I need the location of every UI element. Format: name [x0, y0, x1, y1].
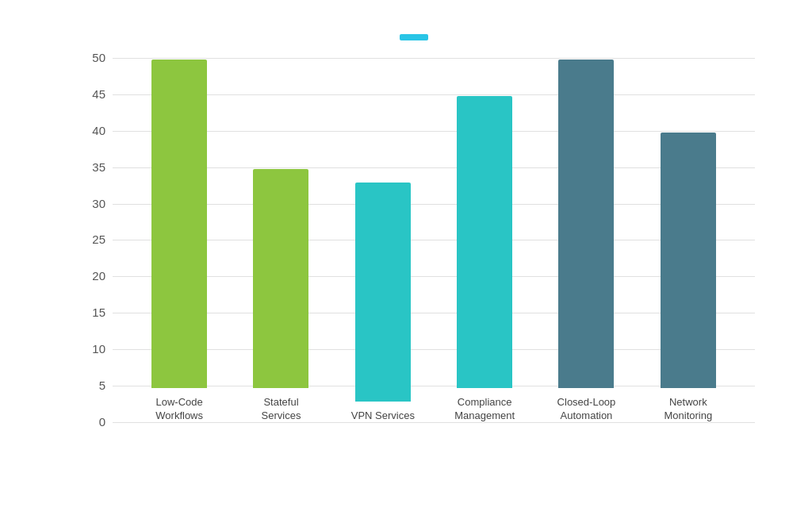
y-axis-label: 30: [70, 197, 105, 210]
chart-title-wrapper: [73, 29, 755, 44]
bar-group-compliance-management: ComplianceManagement: [434, 58, 535, 423]
bars-area: Low-CodeWorkflowsStatefulServicesVPN Ser…: [113, 58, 755, 423]
y-axis-label: 35: [70, 160, 105, 174]
bar-label-network-monitoring: NetworkMonitoring: [664, 396, 712, 423]
bar-group-closed-loop-automation: Closed-LoopAutomation: [535, 58, 637, 423]
bar-vpn-services[interactable]: [355, 183, 411, 402]
bar-group-network-monitoring: NetworkMonitoring: [638, 58, 739, 423]
bar-label-stateful-services: StatefulServices: [262, 396, 301, 423]
y-axis-label: 20: [70, 269, 105, 283]
bar-group-vpn-services: VPN Services: [332, 58, 434, 423]
chart-container: 50454035302520151050 Low-CodeWorkflowsSt…: [25, 13, 787, 506]
y-axis-label: 0: [70, 415, 105, 429]
y-axis-label: 10: [70, 342, 105, 356]
y-axis-label: 25: [70, 233, 105, 246]
bar-group-low-code-workflows: Low-CodeWorkflows: [128, 58, 230, 423]
y-axis-label: 50: [70, 51, 105, 64]
bar-label-closed-loop-automation: Closed-LoopAutomation: [557, 396, 616, 423]
y-axis-label: 45: [70, 87, 105, 101]
bar-closed-loop-automation[interactable]: [558, 60, 614, 388]
y-axis-label: 15: [70, 306, 105, 319]
bar-low-code-workflows[interactable]: [151, 60, 207, 388]
bar-stateful-services[interactable]: [253, 169, 308, 388]
chart-title: [400, 34, 428, 40]
bar-group-stateful-services: StatefulServices: [230, 58, 331, 423]
bar-label-low-code-workflows: Low-CodeWorkflows: [155, 396, 203, 423]
bar-network-monitoring[interactable]: [661, 133, 716, 388]
bar-label-vpn-services: VPN Services: [351, 409, 415, 423]
y-axis-label: 5: [70, 379, 105, 392]
bar-compliance-management[interactable]: [457, 96, 512, 388]
chart-area: 50454035302520151050 Low-CodeWorkflowsSt…: [73, 58, 755, 423]
y-axis-label: 40: [70, 124, 105, 137]
bar-label-compliance-management: ComplianceManagement: [454, 396, 515, 423]
